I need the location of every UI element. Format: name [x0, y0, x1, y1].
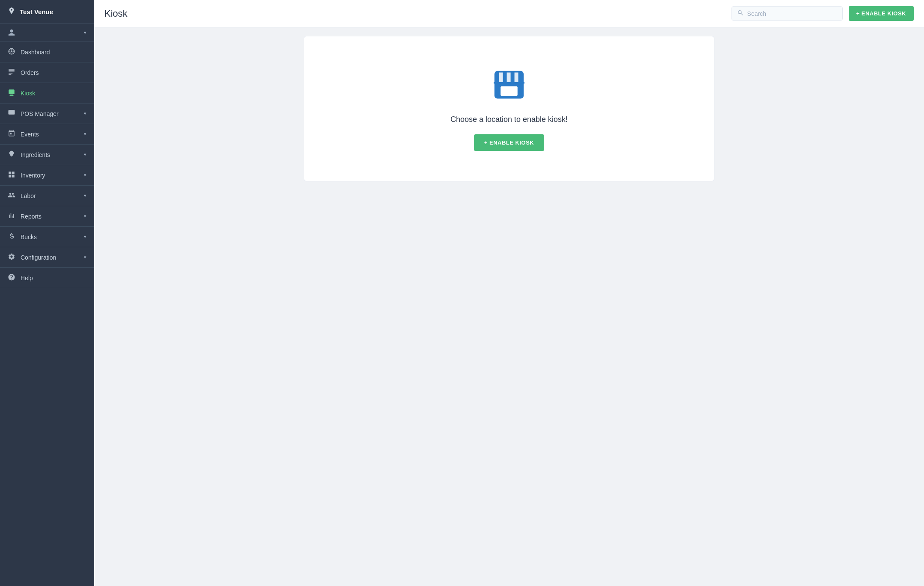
svg-rect-3	[9, 110, 15, 115]
help-label: Help	[21, 275, 33, 281]
svg-rect-9	[500, 86, 518, 96]
kiosk-empty-message: Choose a location to enable kiosk!	[450, 115, 568, 124]
enable-kiosk-header-button[interactable]: + ENABLE KIOSK	[849, 6, 914, 21]
bucks-icon	[8, 232, 15, 241]
inventory-label: Inventory	[21, 172, 45, 179]
svg-rect-2	[10, 95, 14, 96]
sidebar-item-inventory[interactable]: Inventory ▾	[0, 165, 94, 186]
pos-chevron: ▾	[84, 111, 86, 116]
svg-rect-6	[507, 72, 511, 83]
sidebar-item-reports[interactable]: Reports ▾	[0, 206, 94, 227]
labor-chevron: ▾	[84, 193, 86, 198]
events-chevron: ▾	[84, 131, 86, 137]
reports-icon	[8, 212, 15, 221]
topbar-right: + ENABLE KIOSK	[732, 6, 914, 21]
user-chevron: ▾	[84, 30, 86, 36]
search-icon	[737, 9, 744, 18]
labor-label: Labor	[21, 192, 36, 199]
svg-rect-0	[9, 89, 15, 94]
search-container	[732, 6, 843, 21]
user-icon	[8, 29, 15, 36]
labor-icon	[8, 191, 15, 200]
svg-rect-5	[499, 72, 503, 83]
ingredients-label: Ingredients	[21, 151, 50, 158]
help-icon	[8, 273, 15, 282]
sidebar-item-labor[interactable]: Labor ▾	[0, 186, 94, 206]
sidebar-item-kiosk[interactable]: Kiosk	[0, 83, 94, 104]
ingredients-icon	[8, 150, 15, 159]
pos-label: POS Manager	[21, 110, 59, 117]
pos-icon	[8, 109, 15, 118]
kiosk-store-icon	[490, 66, 528, 105]
sidebar-item-ingredients[interactable]: Ingredients ▾	[0, 145, 94, 165]
bucks-label: Bucks	[21, 234, 37, 240]
config-icon	[8, 253, 15, 262]
reports-label: Reports	[21, 213, 41, 220]
events-icon	[8, 130, 15, 139]
config-chevron: ▾	[84, 255, 86, 260]
ingredients-chevron: ▾	[84, 152, 86, 157]
sidebar-item-pos-manager[interactable]: POS Manager ▾	[0, 104, 94, 124]
configuration-label: Configuration	[21, 254, 56, 261]
main-nav: Dashboard Orders	[0, 42, 94, 288]
inventory-chevron: ▾	[84, 172, 86, 178]
sidebar-item-bucks[interactable]: Bucks ▾	[0, 227, 94, 247]
sidebar-item-dashboard[interactable]: Dashboard	[0, 42, 94, 62]
sidebar-item-events[interactable]: Events ▾	[0, 124, 94, 145]
user-menu[interactable]: ▾	[0, 24, 94, 42]
events-label: Events	[21, 131, 39, 138]
sidebar-item-orders[interactable]: Orders	[0, 62, 94, 83]
kiosk-label: Kiosk	[21, 90, 35, 97]
bucks-chevron: ▾	[84, 234, 86, 240]
content-area: Choose a location to enable kiosk! + ENA…	[94, 27, 924, 586]
sidebar-item-configuration[interactable]: Configuration ▾	[0, 247, 94, 268]
sidebar-item-help[interactable]: Help	[0, 268, 94, 288]
venue-header: Test Venue	[0, 0, 94, 24]
dashboard-icon	[8, 47, 15, 56]
orders-icon	[8, 68, 15, 77]
svg-rect-7	[515, 72, 518, 83]
orders-label: Orders	[21, 69, 39, 76]
page-title: Kiosk	[104, 8, 127, 19]
enable-kiosk-main-button[interactable]: + ENABLE KIOSK	[474, 134, 544, 151]
main-area: Kiosk + ENABLE KIOSK	[94, 0, 924, 586]
location-icon	[8, 7, 15, 16]
search-input[interactable]	[747, 10, 837, 17]
kiosk-empty-state-card: Choose a location to enable kiosk! + ENA…	[304, 36, 714, 181]
topbar: Kiosk + ENABLE KIOSK	[94, 0, 924, 27]
dashboard-label: Dashboard	[21, 49, 50, 56]
sidebar: Test Venue ▾ Dashboard	[0, 0, 94, 586]
reports-chevron: ▾	[84, 213, 86, 219]
kiosk-icon	[8, 89, 15, 98]
venue-name: Test Venue	[20, 8, 53, 15]
svg-rect-1	[10, 95, 13, 95]
inventory-icon	[8, 171, 15, 180]
user-icon-group	[8, 29, 15, 36]
